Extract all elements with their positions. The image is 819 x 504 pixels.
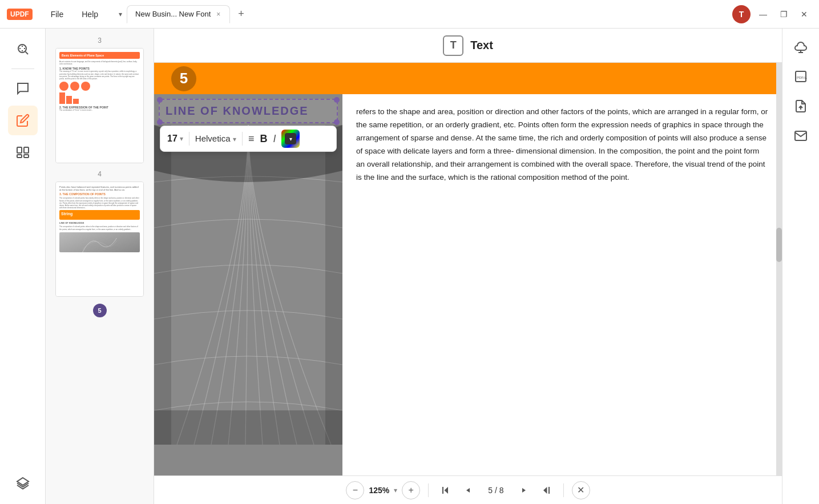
svg-line-1 [25,52,27,54]
maximize-btn[interactable]: ❐ [776,6,792,22]
first-page-btn[interactable] [437,481,455,499]
content-toolbar: T Text [154,29,782,63]
thumb-section-3: 3 Basic Elements of Plane Space As art c… [46,34,154,168]
thumb-section-4: 4 Points also have balanced and repeated… [46,168,154,301]
svg-rect-9 [24,155,29,158]
menu-help[interactable]: Help [74,6,106,22]
tool-search[interactable] [8,34,38,64]
scroll-track[interactable] [776,63,782,475]
page-image-section: LINE OF KNOWLEDGE 17 ▾ Helvetica ▾ [154,94,342,475]
tab-area: ▾ New Busin... New Font × + [116,5,728,23]
tool-edit-pdf[interactable] [8,106,38,135]
italic-btn[interactable]: I [273,133,276,145]
zoom-out-btn[interactable]: − [346,481,364,499]
bottom-separator-2 [563,483,564,497]
line-of-knowledge-text: LINE OF KNOWLEDGE [166,104,331,118]
content-area: T Text 5 [154,29,782,504]
next-page-btn[interactable] [514,481,532,499]
color-dropdown-arrow[interactable]: ▾ [285,133,296,144]
menu-bar: File Help [43,6,106,22]
font-dropdown-arrow[interactable]: ▾ [233,135,236,143]
svg-rect-12 [154,410,342,445]
main-layout: 3 Basic Elements of Plane Space As art c… [0,29,819,504]
toolbar-divider-1 [189,132,189,146]
page-number-circle: 5 [171,66,196,91]
page-body-text: refers to the shape and area, position o… [356,106,768,184]
last-page-btn[interactable] [537,481,555,499]
zoom-value: 125% [369,486,389,495]
selection-dot-bl [157,119,163,125]
selected-text-box[interactable]: LINE OF KNOWLEDGE [159,99,338,123]
right-tool-sign[interactable] [788,123,813,148]
toolbar-divider-2 [242,132,243,146]
tab-dropdown-btn[interactable]: ▾ [116,8,124,21]
svg-rect-6 [17,147,22,153]
font-size-value: 17 [167,134,177,144]
svg-rect-14 [325,125,342,445]
tab-close-btn[interactable]: × [215,9,221,19]
toolbar-title: Text [470,39,493,52]
bottom-toolbar: − 125% ▾ + 5 / 8 [154,475,782,504]
thumb-page-3[interactable]: Basic Elements of Plane Space As art con… [55,48,144,163]
divider-1 [11,68,34,69]
svg-rect-13 [154,125,171,445]
page-view: 5 [154,63,782,475]
selection-dot-br [334,119,340,125]
close-nav-btn[interactable]: ✕ [572,481,590,499]
scroll-thumb[interactable] [776,228,782,262]
page-4-label: 4 [98,170,102,178]
page-middle: LINE OF KNOWLEDGE 17 ▾ Helvetica ▾ [154,94,782,475]
font-name-display[interactable]: Helvetica ▾ [195,134,236,144]
avatar: T [732,5,751,23]
active-tab[interactable]: New Busin... New Font × [127,5,230,23]
doc-area: 5 [154,63,782,475]
tool-comment[interactable] [8,74,38,103]
svg-rect-7 [24,147,29,153]
minimize-btn[interactable]: — [755,6,771,22]
close-btn[interactable]: ✕ [796,6,812,22]
window-controls: T — ❐ ✕ [732,5,812,23]
tool-organize[interactable] [8,138,38,167]
text-mode-icon: T [443,35,463,56]
bottom-separator-1 [428,483,429,497]
text-edit-toolbar: 17 ▾ Helvetica ▾ ≡ B I [160,126,337,152]
titlebar: UPDF File Help ▾ New Busin... New Font ×… [0,0,819,29]
prev-page-btn[interactable] [459,481,478,499]
zoom-dropdown-btn[interactable]: ▾ [394,486,397,494]
svg-rect-8 [17,155,22,158]
right-tool-cloud[interactable] [788,34,813,59]
toolbar-center: T Text [443,35,493,56]
menu-file[interactable]: File [43,6,72,22]
page-3-label: 3 [98,37,102,45]
new-tab-btn[interactable]: + [232,5,250,23]
thumb-page-4[interactable]: Points also have balanced and repeated f… [55,182,144,297]
svg-text:PDF/A: PDF/A [797,76,807,79]
tab-label: New Busin... New Font [135,10,211,18]
selection-dot-tr [334,97,340,103]
thumbnail-panel: 3 Basic Elements of Plane Space As art c… [46,29,154,504]
align-btn[interactable]: ≡ [248,133,255,145]
right-tool-pdfa[interactable]: PDF/A [788,64,813,89]
app-logo: UPDF [7,9,33,20]
page-info: 5 / 8 [482,486,509,495]
thumb-section-5: 5 [46,301,154,321]
right-tool-share[interactable] [788,94,813,119]
font-size-control[interactable]: 17 ▾ [167,134,183,144]
color-picker-btn[interactable]: ▾ [281,130,300,148]
page-orange-header: 5 [154,63,782,94]
tool-layers[interactable] [8,469,38,498]
page-text-content: refers to the shape and area, position o… [342,94,782,475]
right-sidebar: PDF/A [782,29,819,504]
bold-btn[interactable]: B [260,133,267,145]
font-size-dropdown-arrow[interactable]: ▾ [180,135,183,143]
page-5-badge: 5 [93,304,107,317]
zoom-in-btn[interactable]: + [402,481,420,499]
selection-dot-tl [157,97,163,103]
left-sidebar [0,29,46,504]
